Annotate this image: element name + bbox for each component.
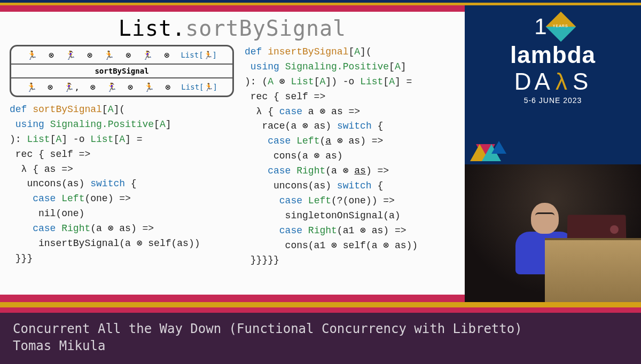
code-right: def insertBySignal[A]( using Signaling.P…	[245, 45, 455, 268]
talk-caption: Concurrent All the Way Down (Functional …	[0, 313, 641, 364]
diagram-bottom-row: 🏃⊗ 🏃‍♀️,⊗ 🏃‍♀️⊗ 🏃⊗ List[🏃‍]	[11, 77, 232, 96]
right-column: def insertBySignal[A]( using Signaling.P…	[245, 45, 455, 268]
triangles-decoration	[470, 129, 518, 161]
stripe-pink	[0, 307, 641, 313]
conference-date: 5-6 JUNE 2023	[470, 96, 636, 105]
left-column: 🏃⊗ 🏃‍♀️⊗ 🏃⊗ 🏃‍♀️⊗ List[🏃‍] sortBySignal …	[10, 45, 234, 268]
code-left: def sortBySignal[A]( using Signaling.Pos…	[10, 102, 234, 266]
title-prefix: List.	[119, 16, 185, 41]
talk-title: Concurrent All the Way Down (Functional …	[13, 320, 628, 337]
list-label-bottom: List[🏃‍]	[181, 83, 217, 91]
ten-years-logo: 1 YEARS	[470, 14, 636, 39]
list-label-top: List[🏃‍]	[181, 51, 217, 59]
diagram-top-row: 🏃⊗ 🏃‍♀️⊗ 🏃⊗ 🏃‍♀️⊗ List[🏃‍]	[11, 46, 232, 65]
lambda-icon: λ	[556, 68, 570, 95]
slide-title: List.sortBySignal	[10, 16, 455, 41]
diamond-icon: YEARS	[545, 12, 576, 42]
podium	[545, 238, 641, 302]
diagram-mid-label: sortBySignal	[11, 65, 232, 77]
right-sidebar: 1 YEARS lambda DAλS 5-6 JUNE 2023	[465, 5, 641, 302]
title-suffix: sortBySignal	[185, 16, 346, 41]
main-stage: List.sortBySignal 🏃⊗ 🏃‍♀️⊗ 🏃⊗ 🏃‍♀️⊗ List…	[0, 5, 641, 302]
brand-word: lambda	[470, 42, 636, 68]
speaker-name: Tomas Mikula	[13, 337, 628, 354]
brand-days: DAλS	[470, 68, 636, 95]
speaker-camera	[465, 164, 641, 302]
years-badge: YEARS	[553, 24, 568, 28]
presentation-slide: List.sortBySignal 🏃⊗ 🏃‍♀️⊗ 🏃⊗ 🏃‍♀️⊗ List…	[0, 12, 465, 295]
top-stripe	[0, 0, 641, 5]
stripe-gold	[0, 302, 641, 307]
conference-branding: 1 YEARS lambda DAλS 5-6 JUNE 2023	[465, 5, 641, 164]
sort-diagram: 🏃⊗ 🏃‍♀️⊗ 🏃⊗ 🏃‍♀️⊗ List[🏃‍] sortBySignal …	[10, 45, 234, 97]
